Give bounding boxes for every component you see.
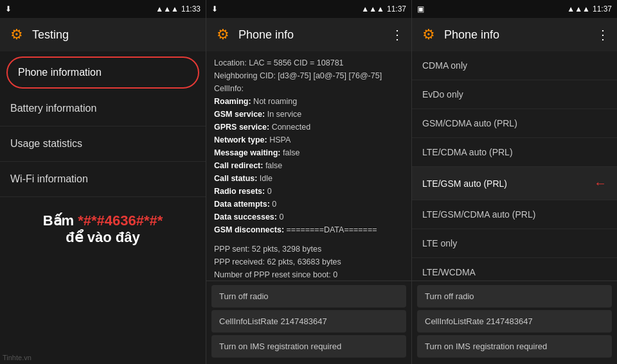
network-options-list: CDMA only EvDo only GSM/CDMA auto (PRL) …: [412, 51, 617, 281]
left-time: 11:33: [181, 4, 201, 13]
gear-icon-left: ⚙: [8, 26, 26, 44]
gear-icon-middle: ⚙: [214, 26, 232, 44]
menu-item-phone-info[interactable]: Phone information: [6, 56, 199, 89]
middle-app-title: Phone info: [238, 28, 294, 42]
data-attempts-info: Data attempts: 0: [214, 198, 404, 211]
network-option-gsm-cdma-auto[interactable]: GSM/CDMA auto (PRL): [412, 109, 617, 138]
left-status-bar: ⬇ ▲▲▲ 11:33: [0, 0, 206, 18]
signal-icon-m: ▲▲▲: [361, 4, 384, 13]
signal-icon: ▲▲▲: [156, 4, 179, 13]
right-time: 11:37: [593, 4, 612, 13]
bottom-code: *#*#4636#*#*: [78, 212, 163, 229]
data-successes-info: Data successes: 0: [214, 211, 404, 223]
left-panel: ⬇ ▲▲▲ 11:33 ⚙ Testing Phone information …: [0, 0, 206, 364]
right-panel: ▣ ▲▲▲ 11:37 ⚙ Phone info ⋮ CDMA only EvD…: [411, 0, 617, 364]
left-status-icons: ⬇: [5, 4, 12, 13]
screenshot-icon: ▣: [417, 4, 424, 13]
selected-arrow-icon: ←: [594, 176, 607, 191]
middle-status-bar: ⬇ ▲▲▲ 11:37: [206, 0, 411, 18]
network-option-cdma-only[interactable]: CDMA only: [412, 51, 617, 80]
ppp-received-info: PPP received: 62 pkts, 63683 bytes: [214, 256, 404, 268]
cell-info-rate-right-btn[interactable]: CellInfoListRate 2147483647: [417, 310, 612, 333]
turn-on-ims-btn[interactable]: Turn on IMS registration required: [211, 335, 406, 358]
phone-info-content: Location: LAC = 5856 CID = 108781 Neighb…: [206, 51, 411, 281]
left-app-title: Testing: [32, 28, 69, 42]
menu-dots-middle[interactable]: ⋮: [391, 27, 404, 42]
radio-resets-info: Radio resets: 0: [214, 185, 404, 198]
call-redirect-info: Call redirect: false: [214, 159, 404, 172]
left-menu-list: Phone information Battery information Us…: [0, 54, 206, 197]
middle-time: 11:37: [387, 4, 406, 13]
menu-dots-right[interactable]: ⋮: [596, 27, 609, 42]
left-status-right: ▲▲▲ 11:33: [156, 4, 201, 13]
network-option-evdo-only[interactable]: EvDo only: [412, 80, 617, 109]
menu-item-wifi-info[interactable]: Wi-Fi information: [0, 162, 206, 197]
download-icon-m: ⬇: [211, 4, 218, 13]
network-option-lte-gsm-cdma-auto[interactable]: LTE/GSM/CDMA auto (PRL): [412, 200, 617, 229]
cellinfo-label: CellInfo:: [214, 82, 404, 95]
gear-icon-right: ⚙: [420, 26, 438, 44]
middle-app-bar: ⚙ Phone info ⋮: [206, 18, 411, 51]
location-info: Location: LAC = 5856 CID = 108781: [214, 56, 404, 69]
turn-off-radio-right-btn[interactable]: Turn off radio: [417, 285, 612, 308]
gsm-service-info: GSM service: In service: [214, 108, 404, 121]
call-status-info: Call status: Idle: [214, 172, 404, 185]
watermark: Tinhte.vn: [3, 354, 31, 361]
menu-item-battery-info[interactable]: Battery information: [0, 91, 206, 126]
menu-item-usage-stats[interactable]: Usage statistics: [0, 126, 206, 162]
ppp-reset-boot-info: Number of PPP reset since boot: 0: [214, 268, 404, 281]
network-option-lte-cdma-auto[interactable]: LTE/CDMA auto (PRL): [412, 138, 617, 167]
signal-icon-r: ▲▲▲: [567, 4, 590, 13]
neighboring-info: Neighboring CID: [d3@-75] [a0@-75] [76@-…: [214, 69, 404, 82]
gsm-disconnects-info: GSM disconnects: ========DATA=======: [214, 223, 404, 236]
network-type-info: Network type: HSPA: [214, 134, 404, 146]
ppp-sent-info: PPP sent: 52 pkts, 3298 bytes: [214, 243, 404, 256]
bottom-suffix: để vào đây: [66, 229, 139, 245]
network-option-lte-only[interactable]: LTE only: [412, 229, 617, 258]
turn-off-radio-btn[interactable]: Turn off radio: [211, 285, 406, 308]
right-buttons: Turn off radio CellInfoListRate 21474836…: [412, 281, 617, 364]
middle-buttons: Turn off radio CellInfoListRate 21474836…: [206, 281, 411, 364]
cell-info-rate-btn[interactable]: CellInfoListRate 2147483647: [211, 310, 406, 333]
middle-panel: ⬇ ▲▲▲ 11:37 ⚙ Phone info ⋮ Location: LAC…: [206, 0, 411, 364]
message-waiting-info: Message waiting: false: [214, 146, 404, 159]
right-app-bar: ⚙ Phone info ⋮: [412, 18, 617, 51]
turn-on-ims-right-btn[interactable]: Turn on IMS registration required: [417, 335, 612, 358]
download-icon: ⬇: [5, 4, 12, 13]
right-app-title: Phone info: [444, 28, 499, 42]
bottom-instruction: Bấm *#*#4636#*#* để vào đây: [0, 212, 206, 246]
network-option-lte-gsm-auto[interactable]: LTE/GSM auto (PRL) ←: [412, 167, 617, 200]
left-app-bar: ⚙ Testing: [0, 18, 206, 51]
roaming-info: Roaming: Not roaming: [214, 95, 404, 108]
bottom-prefix: Bấm: [43, 212, 78, 229]
network-option-lte-wcdma[interactable]: LTE/WCDMA: [412, 258, 617, 281]
right-status-bar: ▣ ▲▲▲ 11:37: [412, 0, 617, 18]
gprs-service-info: GPRS service: Connected: [214, 121, 404, 134]
